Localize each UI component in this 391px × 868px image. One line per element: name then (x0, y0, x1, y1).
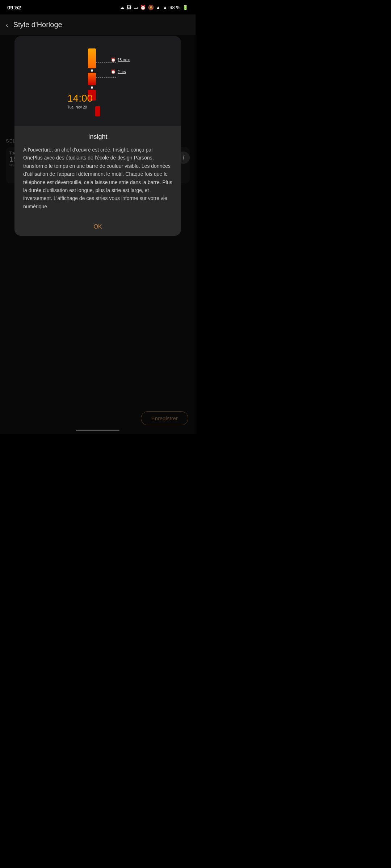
page-title: Style d'Horloge (13, 21, 62, 29)
dialog-insight-visual: ⏰ 15 mins ⏰ 2 hrs 14:00 Tue. Nov 28 (62, 45, 134, 117)
status-bar: 09:52 ☁ 🖼 ▭ ⏰ 🔕 ▲ ▲ 98 % 🔋 (0, 0, 196, 14)
dialog-alarm-2-time: 2 hrs (118, 70, 126, 74)
mute-icon: 🔕 (148, 5, 154, 10)
dialog-content: Insight À l'ouverture, un chef d'œuvre e… (14, 126, 181, 214)
dialog-red-bar (95, 106, 100, 116)
dialog-alarm-area: ⏰ 15 mins ⏰ 2 hrs (111, 58, 130, 81)
screen-icon: ▭ (134, 5, 138, 10)
top-nav: ‹ Style d'Horloge (0, 14, 196, 35)
dialog-alarm-1-icon: ⏰ (111, 58, 116, 62)
alarm-status-icon: ⏰ (140, 5, 146, 10)
status-time: 09:52 (7, 4, 21, 10)
dialog-overlay: ⏰ 15 mins ⏰ 2 hrs 14:00 Tue. Nov 28 Insi… (0, 0, 196, 434)
status-icons: ☁ 🖼 ▭ ⏰ 🔕 ▲ ▲ 98 % 🔋 (120, 5, 188, 10)
cloud-icon: ☁ (120, 5, 125, 10)
dialog-alarm-1-time: 15 mins (118, 58, 130, 62)
battery-icon: 🔋 (182, 5, 188, 10)
dialog-alarm-2-icon: ⏰ (111, 69, 116, 74)
signal-icon: ▲ (163, 5, 167, 10)
dialog-bar-1 (88, 48, 96, 68)
dialog-bar-dot-2 (91, 86, 93, 89)
dialog-clock-preview: ⏰ 15 mins ⏰ 2 hrs 14:00 Tue. Nov 28 (14, 36, 181, 126)
home-indicator (76, 430, 119, 431)
dialog-bar-dot-1 (91, 69, 93, 72)
dialog-bar-2 (88, 73, 96, 85)
dialog-alarm-2: ⏰ 2 hrs (111, 69, 130, 74)
battery-text: 98 % (169, 5, 180, 10)
dialog-clock-time: 14:00 (67, 93, 93, 104)
dialog-ok-button[interactable]: OK (14, 218, 181, 236)
dialog-alarm-1: ⏰ 15 mins (111, 58, 130, 62)
wifi-icon: ▲ (156, 5, 161, 10)
dialog-description: À l'ouverture, un chef d'œuvre est créé.… (23, 146, 172, 210)
insight-dialog: ⏰ 15 mins ⏰ 2 hrs 14:00 Tue. Nov 28 Insi… (14, 36, 181, 236)
dialog-title: Insight (23, 133, 172, 141)
gallery-icon: 🖼 (127, 5, 131, 10)
dialog-clock-date: Tue. Nov 28 (67, 105, 87, 109)
back-button[interactable]: ‹ (6, 21, 8, 29)
